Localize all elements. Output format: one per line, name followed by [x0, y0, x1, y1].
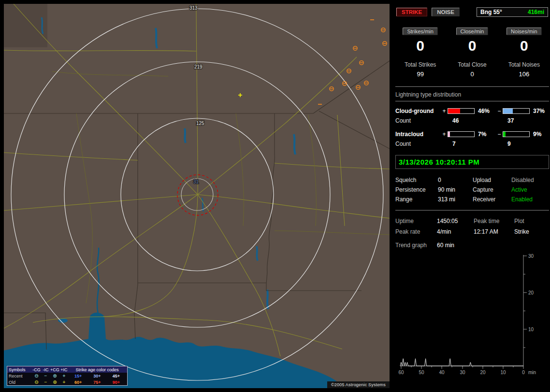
age-45: 45+ [107, 374, 126, 378]
noises-per-min-column: Noises/min 0 Total Noises 106 [498, 28, 550, 78]
separator [395, 86, 549, 87]
age-75: 75+ [87, 380, 106, 385]
old-ncg-icon: ⊖ [32, 380, 41, 385]
total-noises-label: Total Noises [498, 61, 550, 68]
trend-trace [400, 359, 523, 366]
map-area[interactable]: 313 219 125 31 Symbols -CG -IC +CG +IC S… [4, 4, 390, 388]
legend-header-row: Symbols -CG -IC +CG +IC Strike age color… [7, 366, 127, 373]
noise-button[interactable]: NOISE [432, 8, 460, 16]
strike-legend: Symbols -CG -IC +CG +IC Strike age color… [7, 366, 128, 386]
trend-x-tick: 10 [500, 370, 506, 375]
copyright-credit: ©2005 Astrogenic Systems [327, 381, 390, 388]
noises-per-min-label: Noises/min [507, 28, 541, 35]
close-per-min-value: 0 [446, 39, 498, 53]
app-window: 313 219 125 31 Symbols -CG -IC +CG +IC S… [0, 0, 550, 392]
intracloud-label: Intracloud [395, 131, 441, 138]
cloud-ground-negative-pct: 37% [531, 108, 549, 114]
peak-time-value: 12:17 AM [474, 228, 514, 235]
range-ring-label: 313 [189, 5, 198, 11]
total-close-value: 0 [446, 70, 498, 78]
toolbar: STRIKE NOISE Bng 55° 416mi [396, 7, 548, 17]
cloud-ground-negative-count: 37 [503, 117, 531, 124]
capture-status: Active [511, 186, 549, 193]
gauge-cloud-ground-negative [503, 108, 530, 114]
upload-label: Upload [473, 177, 511, 183]
trend-x-tick: 40 [439, 370, 445, 375]
total-strikes-value: 99 [394, 70, 446, 78]
close-per-min-column: Close/min 0 Total Close 0 [446, 28, 498, 78]
plot-label: Plot [514, 218, 549, 224]
bearing-label: Bng 55° [480, 9, 502, 15]
distance-value: 416mi [528, 9, 544, 15]
intracloud-positive-count: 7 [448, 140, 476, 147]
legend-recent-label: Recent [9, 374, 32, 378]
rate-counters: Strikes/min 0 Total Strikes 99 Close/min… [394, 28, 550, 78]
cloud-ground-positive-count: 46 [448, 117, 476, 124]
distribution-title: Lightning type distribution [395, 91, 549, 101]
close-per-min-label: Close/min [456, 28, 489, 35]
age-15: 15+ [69, 374, 87, 378]
strike-button[interactable]: STRIKE [396, 8, 427, 16]
recent-ncg-icon: ⊖ [32, 374, 41, 378]
persistence-label: Persistence [395, 186, 438, 193]
range-ring-label: 31 [193, 179, 199, 184]
trend-x-tick: 0 [522, 370, 525, 375]
recent-pcg-icon: ⊕ [50, 374, 59, 378]
range-ring-label: 125 [196, 121, 204, 126]
legend-age-title: Strike age color codes [69, 367, 126, 372]
session-row: Uptime 1450:05 Peak time Plot [395, 216, 549, 226]
gauge-intracloud-positive [448, 131, 475, 137]
recent-pic-icon: + [59, 374, 69, 378]
uptime-value: 1450:05 [437, 218, 474, 224]
trend-x-tick: 30 [460, 370, 465, 375]
minus-sign: − [496, 131, 503, 138]
count-label: Count [395, 140, 441, 147]
settings-row: Persistence 90 min Capture Active [395, 185, 549, 195]
capture-label: Capture [473, 186, 511, 193]
legend-col-nic: -IC [41, 367, 50, 372]
cloud-ground-label: Cloud-ground [395, 108, 441, 114]
plus-sign: + [441, 131, 448, 138]
range-value: 313 mi [438, 196, 473, 203]
gauge-cloud-ground-positive [448, 108, 475, 114]
noises-per-min-value: 0 [498, 39, 550, 53]
settings-row: Range 313 mi Receiver Enabled [395, 195, 549, 204]
count-label: Count [395, 117, 441, 124]
system-clock: 3/13/2026 10:20:11 PM [395, 155, 549, 169]
legend-col-ncg: -CG [32, 367, 41, 372]
side-panel: STRIKE NOISE Bng 55° 416mi Strikes/min 0… [394, 0, 550, 392]
map-shade-corner [4, 4, 47, 47]
total-strikes-label: Total Strikes [394, 61, 446, 68]
total-noises-value: 106 [498, 70, 550, 78]
range-label: Range [395, 196, 438, 203]
minus-sign: − [496, 108, 503, 114]
trend-x-tick: 60 [398, 370, 404, 375]
peak-rate-value: 4/min [437, 228, 474, 235]
map-svg[interactable]: 313 219 125 31 [4, 4, 390, 388]
intracloud-count-row: Count 7 9 [395, 139, 549, 149]
peak-time-label: Peak time [474, 218, 514, 224]
trend-graph-range: 60 min [437, 242, 549, 249]
bearing-display: Bng 55° 416mi [477, 7, 548, 17]
old-pic-icon: + [59, 380, 69, 385]
total-close-label: Total Close [446, 61, 498, 68]
gauge-intracloud-negative [503, 131, 530, 137]
uptime-label: Uptime [395, 218, 437, 224]
intracloud-positive-pct: 7% [476, 131, 496, 138]
age-90: 90+ [107, 380, 126, 385]
legend-recent-row: Recent ⊖ − ⊕ + 15+ 30+ 45+ [7, 373, 127, 379]
legend-old-row: Old ⊖ − ⊕ + 60+ 75+ 90+ [7, 379, 127, 385]
legend-old-label: Old [9, 380, 32, 385]
receiver-status: Enabled [511, 196, 549, 203]
trend-graph-label: Trend graph [395, 242, 437, 249]
trend-x-tick: 20 [480, 370, 486, 375]
recent-nic-icon: − [41, 374, 50, 378]
cloud-ground-positive-pct: 46% [476, 108, 496, 114]
session-block: Uptime 1450:05 Peak time Plot Peak rate … [395, 216, 549, 237]
peak-rate-label: Peak rate [395, 228, 437, 235]
trend-y-tick: 20 [528, 290, 534, 295]
legend-col-pcg: +CG [50, 367, 59, 372]
separator [395, 210, 549, 210]
plot-value: Strike [514, 228, 549, 235]
old-nic-icon: − [41, 380, 50, 385]
